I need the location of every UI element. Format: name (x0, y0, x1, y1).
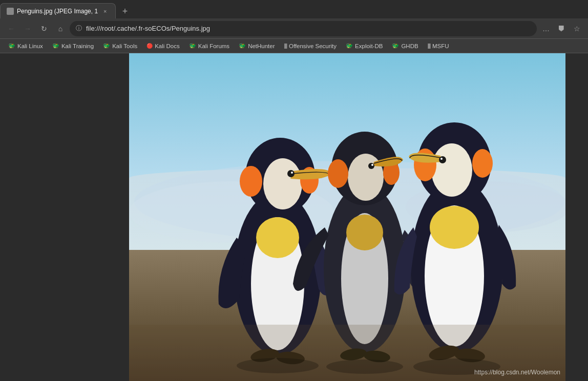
star-icon: ☆ (574, 25, 580, 33)
bookmark-item-ghdb[interactable]: 🐲GHDB (388, 40, 422, 52)
bookmark-item-kali-forums[interactable]: 🐲Kali Forums (185, 40, 234, 52)
back-button[interactable]: ← (4, 22, 18, 36)
bookmark-icon-6: ||| (284, 43, 287, 49)
bookmark-label-4: Kali Forums (198, 43, 229, 49)
bookmarks-bar: 🐲Kali Linux🐲Kali Training🐲Kali Tools🔴Kal… (0, 39, 588, 53)
tab-close-button[interactable]: × (101, 7, 109, 15)
bookmark-icon-2: 🐲 (103, 43, 110, 49)
bookmark-label-7: Exploit-DB (355, 43, 383, 49)
image-container: https://blog.csdn.net/Woolemon (107, 53, 588, 381)
refresh-button[interactable]: ↻ (37, 22, 51, 36)
bookmark-icon-9: ||| (428, 43, 430, 49)
nav-actions: … ⛊ ☆ (539, 22, 584, 36)
bookmark-item-kali-linux[interactable]: 🐲Kali Linux (4, 40, 47, 52)
svg-point-31 (431, 143, 472, 197)
pocket-button[interactable]: ⛊ (554, 22, 569, 36)
pocket-icon: ⛊ (558, 25, 565, 33)
bookmark-icon-1: 🐲 (52, 43, 59, 49)
svg-point-10 (287, 170, 295, 177)
home-icon: ⌂ (58, 25, 62, 33)
svg-point-33 (472, 149, 493, 178)
svg-point-5 (256, 217, 299, 258)
svg-point-22 (368, 163, 374, 169)
bookmark-label-6: Offensive Security (289, 43, 337, 49)
bookmark-label-2: Kali Tools (112, 43, 137, 49)
svg-point-29 (430, 206, 479, 249)
bookmark-item-exploit-db[interactable]: 🐲Exploit-DB (342, 40, 387, 52)
tab-title: Penguins.jpg (JPEG Image, 1 (17, 8, 98, 15)
bookmark-label-8: GHDB (401, 43, 418, 49)
svg-point-8 (240, 166, 262, 197)
active-tab[interactable]: Penguins.jpg (JPEG Image, 1 × (0, 3, 116, 18)
bookmark-item-offensive-security[interactable]: |||Offensive Security (280, 40, 341, 52)
bookmark-label-1: Kali Training (61, 43, 94, 49)
back-icon: ← (8, 25, 15, 33)
bookmark-item-kali-training[interactable]: 🐲Kali Training (48, 40, 98, 52)
address-text: file:///root/.cache/.fr-soECOs/Penguins.… (86, 25, 531, 32)
svg-point-17 (346, 215, 383, 250)
tab-favicon (7, 8, 14, 15)
bookmark-item-nethunter[interactable]: 🐲NetHunter (235, 40, 279, 52)
svg-point-20 (328, 159, 348, 188)
bookmark-icon-8: 🐲 (392, 43, 399, 49)
home-button[interactable]: ⌂ (53, 22, 68, 36)
bookmark-item-msfu[interactable]: |||MSFU (424, 40, 453, 52)
refresh-icon: ↻ (41, 25, 47, 33)
tab-bar: Penguins.jpg (JPEG Image, 1 × + (0, 0, 588, 18)
bookmark-label-5: NetHunter (248, 43, 275, 49)
bookmark-icon-3: 🔴 (146, 43, 153, 49)
svg-point-35 (440, 158, 443, 160)
bookmark-item-kali-docs[interactable]: 🔴Kali Docs (142, 40, 184, 52)
svg-point-34 (439, 156, 446, 163)
penguins-svg (129, 53, 565, 381)
bookmark-item-kali-tools[interactable]: 🐲Kali Tools (99, 40, 141, 52)
security-icon: ⓘ (76, 24, 82, 33)
bookmark-label-9: MSFU (432, 43, 449, 49)
forward-icon: → (24, 25, 31, 33)
navigation-bar: ← → ↻ ⌂ ⓘ file:///root/.cache/.fr-soECOs… (0, 18, 588, 39)
more-icon: … (542, 25, 550, 33)
bookmark-star-button[interactable]: ☆ (570, 22, 584, 36)
svg-point-7 (263, 158, 302, 209)
new-tab-button[interactable]: + (118, 4, 132, 18)
penguin-image: https://blog.csdn.net/Woolemon (129, 53, 565, 381)
bookmark-icon-5: 🐲 (239, 43, 246, 49)
bookmark-label-3: Kali Docs (155, 43, 180, 49)
address-bar[interactable]: ⓘ file:///root/.cache/.fr-soECOs/Penguin… (70, 21, 537, 36)
image-watermark: https://blog.csdn.net/Woolemon (474, 369, 560, 376)
forward-button[interactable]: → (20, 22, 35, 36)
bookmark-icon-0: 🐲 (8, 43, 15, 49)
svg-point-23 (371, 164, 373, 166)
bookmark-icon-7: 🐲 (346, 43, 353, 49)
content-area: https://blog.csdn.net/Woolemon (0, 53, 588, 381)
svg-point-11 (291, 172, 293, 174)
more-button[interactable]: … (539, 22, 553, 36)
left-sidebar (0, 53, 107, 381)
bookmark-icon-4: 🐲 (189, 43, 196, 49)
bookmark-label-0: Kali Linux (17, 43, 43, 49)
